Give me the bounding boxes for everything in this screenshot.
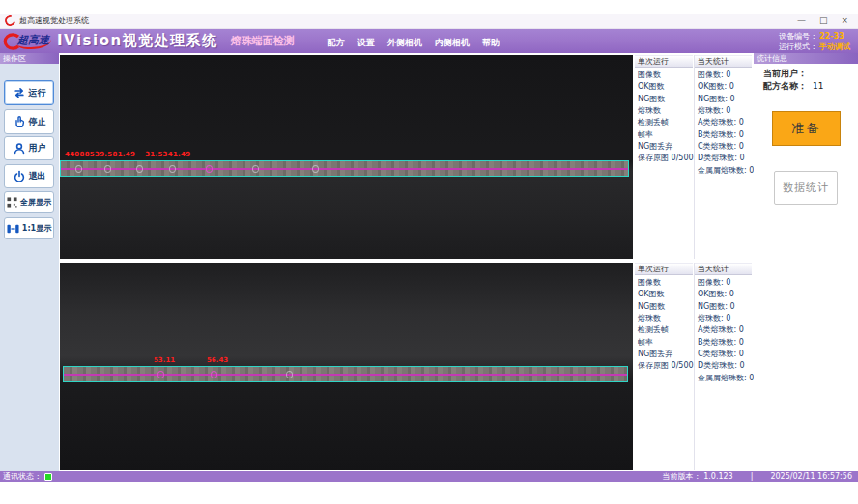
measurement-text: 53.11 — [154, 356, 175, 364]
run-button[interactable]: 运行 — [4, 80, 54, 105]
stat-row: 图像数 — [635, 70, 693, 81]
run-button-label: 运行 — [29, 87, 46, 99]
detected-strip-roi — [63, 366, 628, 382]
app-header: 超高速 IVision视觉处理系统 熔珠端面检测 配方 设置 外侧相机 内侧相机… — [0, 29, 858, 53]
menu-item-settings[interactable]: 设置 — [358, 37, 375, 49]
run-mode-value: 手动调试 — [819, 42, 850, 51]
stat-row: 熔珠数 — [635, 313, 693, 324]
statistics-info-panel: 统计信息 当前用户： 配方名称：11 准备 数据统计 — [754, 53, 858, 471]
operation-sidebar: 操作区 运行 停止 用户 — [0, 53, 59, 471]
menu-item-recipe[interactable]: 配方 — [328, 37, 345, 49]
recipe-name-value: 11 — [813, 81, 823, 91]
recipe-name-row: 配方名称：11 — [763, 80, 823, 93]
stat-row: OK图数 — [635, 81, 693, 93]
stat-row: 熔珠数 — [635, 105, 693, 117]
measurement-text: 44088539.581.49 — [65, 151, 135, 158]
stat-row: 金属屑熔珠数: 0 — [695, 165, 752, 177]
stat-row: D类熔珠数: 0 — [695, 360, 752, 372]
prepare-button[interactable]: 准备 — [772, 111, 841, 146]
center-line-overlay — [64, 374, 627, 376]
fullscreen-button-label: 全屏显示 — [20, 197, 51, 208]
stat-row: A类熔珠数: 0 — [695, 117, 752, 128]
camera1-measurements: 44088539.581.49 31.5341.49 — [65, 151, 190, 158]
daily-stats-header: 当天统计 — [695, 263, 752, 275]
single-run-header: 单次运行 — [635, 55, 693, 68]
stat-row: NG图丢弃 — [635, 349, 693, 360]
status-separator: | — [751, 472, 754, 481]
user-button[interactable]: 用户 — [4, 136, 54, 160]
user-icon — [13, 142, 26, 155]
detected-strip-roi — [60, 160, 629, 177]
brand-logo: 超高速 — [2, 32, 51, 51]
stat-row: 图像数: 0 — [695, 70, 752, 81]
menu-item-inner-camera[interactable]: 内侧相机 — [435, 37, 470, 49]
exit-button[interactable]: 退出 — [4, 164, 54, 188]
stat-row: 图像数: 0 — [695, 277, 752, 289]
camera-view-inner: 53.11 56.43 — [60, 263, 633, 470]
fullscreen-qr-icon — [7, 197, 17, 208]
stat-row: 熔珠数: 0 — [695, 105, 752, 117]
run-mode-label: 运行模式： — [779, 42, 817, 51]
device-id-label: 设备编号： — [779, 32, 817, 41]
minimize-button[interactable]: — — [797, 16, 806, 25]
stat-row: 帧率 — [635, 129, 693, 141]
page-subtitle: 熔珠端面检测 — [231, 34, 295, 48]
stat-row: C类熔珠数: 0 — [695, 141, 752, 153]
one-to-one-button[interactable]: 1:1显示 — [4, 217, 54, 239]
center-line-overlay — [61, 168, 628, 170]
exit-button-label: 退出 — [29, 170, 46, 182]
stat-row: B类熔珠数: 0 — [695, 337, 752, 349]
info-panel-title: 统计信息 — [754, 53, 858, 64]
measurement-text: 31.5341.49 — [145, 151, 190, 158]
version-label: 当前版本： — [663, 472, 701, 481]
main-menu: 配方 设置 外侧相机 内侧相机 帮助 — [328, 37, 500, 53]
device-info: 设备编号：22-33 运行模式：手动调试 — [779, 31, 858, 52]
close-button[interactable]: × — [841, 16, 848, 25]
single-run-column: 单次运行 图像数 OK图数 NG图数 熔珠数 检测丢帧 帧率 NG图丢弃 保存原… — [635, 263, 693, 470]
current-user-row: 当前用户： — [763, 68, 807, 80]
single-run-column: 单次运行 图像数 OK图数 NG图数 熔珠数 检测丢帧 帧率 NG图丢弃 保存原… — [635, 55, 693, 259]
stat-row: 检测丢帧 — [635, 117, 693, 128]
daily-stats-column: 当天统计 图像数: 0 OK图数: 0 NG图数: 0 熔珠数: 0 A类熔珠数… — [694, 55, 752, 259]
stat-row: C类熔珠数: 0 — [695, 349, 752, 360]
stat-row: 检测丢帧 — [635, 324, 693, 336]
stat-row: NG图丢弃 — [635, 141, 693, 153]
one-to-one-button-label: 1:1显示 — [22, 223, 51, 234]
stat-row: 图像数 — [635, 277, 693, 289]
stat-row: NG图数 — [635, 94, 693, 105]
hand-stop-icon — [13, 115, 26, 128]
stop-button-label: 停止 — [29, 116, 46, 128]
daily-stats-header: 当天统计 — [695, 55, 752, 68]
comm-status-indicator — [44, 473, 52, 481]
stat-row: 帧率 — [635, 337, 693, 349]
data-statistics-button[interactable]: 数据统计 — [774, 171, 838, 205]
stats-panel-outer: 单次运行 图像数 OK图数 NG图数 熔珠数 检测丢帧 帧率 NG图丢弃 保存原… — [635, 55, 752, 259]
stats-panel-inner: 单次运行 图像数 OK图数 NG图数 熔珠数 检测丢帧 帧率 NG图丢弃 保存原… — [635, 263, 752, 470]
menu-item-help[interactable]: 帮助 — [482, 37, 500, 49]
stat-row: 金属屑熔珠数: 0 — [695, 373, 752, 384]
stat-row: OK图数 — [635, 289, 693, 300]
menu-item-outer-camera[interactable]: 外侧相机 — [387, 37, 422, 49]
window-titlebar: 超高速视觉处理系统 — □ × — [0, 14, 858, 29]
user-button-label: 用户 — [29, 142, 46, 154]
daily-stats-column: 当天统计 图像数: 0 OK图数: 0 NG图数: 0 熔珠数: 0 A类熔珠数… — [694, 263, 752, 470]
camera-view-outer: 44088539.581.49 31.5341.49 — [60, 55, 633, 259]
run-cycle-icon — [13, 86, 26, 99]
stat-row: OK图数: 0 — [695, 289, 752, 300]
status-bar: 通讯状态： 当前版本： 1.0.123 | 2025/02/11 16:57:5… — [0, 471, 858, 482]
power-icon — [13, 170, 26, 183]
fullscreen-button[interactable]: 全屏显示 — [4, 191, 54, 213]
stat-row: 保存原图 0/500 — [635, 360, 693, 372]
current-user-label: 当前用户： — [763, 69, 807, 78]
stat-row: NG图数: 0 — [695, 94, 752, 105]
page-title: IVision视觉处理系统 — [57, 32, 218, 50]
single-run-header: 单次运行 — [635, 263, 693, 275]
maximize-button[interactable]: □ — [819, 16, 828, 25]
stat-row: A类熔珠数: 0 — [695, 324, 752, 336]
device-id-value: 22-33 — [819, 32, 844, 41]
stop-button[interactable]: 停止 — [4, 109, 54, 134]
recipe-name-label: 配方名称： — [763, 81, 807, 91]
stat-row: NG图数: 0 — [695, 301, 752, 313]
one-to-one-icon — [7, 223, 19, 235]
brand-logo-text: 超高速 — [17, 33, 51, 49]
